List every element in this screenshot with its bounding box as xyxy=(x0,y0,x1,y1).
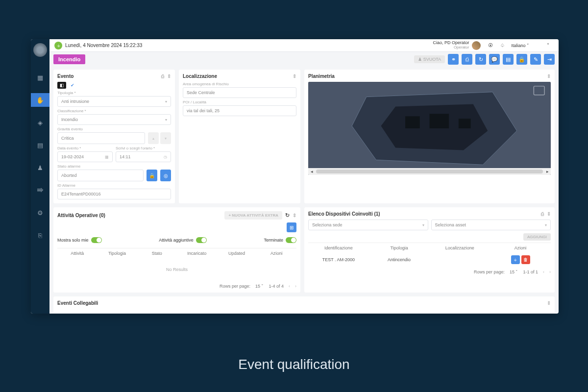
elenco-pager: Rows per page: 15 ˅ 1-1 of 1 ‹ › xyxy=(308,267,551,274)
collapse-icon[interactable]: ⇕ xyxy=(547,300,551,306)
data-label: Data evento * xyxy=(57,146,113,150)
gravita-down[interactable]: ▾ xyxy=(160,132,171,144)
greeting-role: Operator xyxy=(433,46,469,50)
notification-icon[interactable]: ♤ xyxy=(498,42,506,49)
chevron-down-icon[interactable]: ˅ xyxy=(544,42,552,49)
attivita-pager: Rows per page: 15 ˅ 1-4 of 4 ‹ › xyxy=(57,281,296,289)
sede-select[interactable]: Seleziona sede▾ xyxy=(308,220,428,230)
prev-page[interactable]: ‹ xyxy=(543,270,544,274)
toggle-aggiuntive[interactable] xyxy=(196,237,207,243)
plan-title: Planimetria xyxy=(308,74,335,79)
evento-title: Evento xyxy=(57,74,74,79)
wifi-icon: ⏚ xyxy=(54,42,62,49)
sidebar-item-events[interactable]: ✋ xyxy=(31,93,49,107)
id-input[interactable]: E24TenantPD00016 xyxy=(57,189,171,199)
plan-card: Planimetria ⇕ ◂ ▸ xyxy=(304,70,555,203)
language-select[interactable]: Italiano ˅ xyxy=(511,43,529,48)
ora-input[interactable]: 14:11◷ xyxy=(116,151,171,162)
collegabili-title: Eventi Collegabili xyxy=(57,300,98,306)
toggle-mie[interactable] xyxy=(91,237,102,243)
print-icon[interactable]: ⎙ xyxy=(161,74,164,79)
collapse-icon[interactable]: ⇕ xyxy=(293,213,296,218)
gravita-up[interactable]: ▴ xyxy=(148,132,159,144)
note-icon[interactable]: ▤ xyxy=(503,54,514,65)
toggle-terminate-label: Terminate xyxy=(264,238,283,243)
tagbar: Incendio ♟SVUOTA ⚭ ⎙ ↻ 💬 ▤ 🔒 ✎ ⇥ xyxy=(49,52,559,67)
area-input[interactable]: Sede Centrale xyxy=(183,87,296,98)
svg-rect-3 xyxy=(430,114,449,128)
main-area: ⏚ Lunedì, 4 Novembre 2024 15:22:33 Ciao,… xyxy=(49,39,559,314)
sidebar-item-walk[interactable]: ⭆ xyxy=(31,183,49,197)
delete-action-icon[interactable]: 🗑 xyxy=(521,255,530,264)
tipologia-label: Tipologia * xyxy=(57,91,171,95)
chat-icon[interactable]: 💬 xyxy=(489,54,500,65)
lock-icon[interactable]: 🔒 xyxy=(516,54,527,65)
clear-button[interactable]: ♟SVUOTA xyxy=(414,55,445,63)
local-title: Localizzazione xyxy=(183,74,217,79)
poi-input[interactable]: via tal dei tali, 25 xyxy=(183,105,296,116)
collapse-icon[interactable]: ⇕ xyxy=(547,211,551,217)
print-icon[interactable]: ⎙ xyxy=(541,211,544,217)
link-icon[interactable]: ⚭ xyxy=(448,54,459,65)
next-page[interactable]: › xyxy=(549,270,551,274)
plan-viewport[interactable]: ◂ ▸ xyxy=(308,82,551,175)
edit-icon[interactable]: ✎ xyxy=(530,54,541,65)
datetime: Lunedì, 4 Novembre 2024 15:22:33 xyxy=(65,43,142,48)
rows-select[interactable]: 15 ˅ xyxy=(510,270,518,274)
expand-button[interactable]: ⊞ xyxy=(287,222,296,232)
data-input[interactable]: 19-02-2024▦ xyxy=(57,151,113,162)
content-grid: Evento ⎙⇕ ◧ ✔ Tipologia * Anti intrusion… xyxy=(49,67,559,314)
svg-rect-5 xyxy=(534,86,544,95)
wifi-action-icon[interactable]: ⏚ xyxy=(511,255,520,264)
nuova-attivita-button[interactable]: + NUOVA ATTIVITÀ EXTRA xyxy=(224,211,282,220)
aggiungi-button[interactable]: AGGIUNGI xyxy=(523,233,551,241)
target-button[interactable]: ◎ xyxy=(160,170,171,181)
toggle-aggiuntive-label: Attività aggiuntive xyxy=(159,238,194,243)
elenco-table-head: IdentificazioneTipologiaLocalizzazioneAz… xyxy=(308,243,551,253)
attivita-card: Attività Operative (0) + NUOVA ATTIVITÀ … xyxy=(53,207,300,293)
prev-page[interactable]: ‹ xyxy=(289,284,290,289)
app-logo xyxy=(33,43,47,57)
greeting: Ciao, PD Operator Operator xyxy=(433,41,469,50)
shield-icon[interactable]: ✔ xyxy=(68,82,77,89)
collapse-icon[interactable]: ⇕ xyxy=(547,74,551,79)
svg-rect-2 xyxy=(405,116,420,128)
stato-label: Stato allarme xyxy=(57,164,171,169)
plan-scrollbar[interactable]: ◂ ▸ xyxy=(308,168,551,175)
gravita-label: Gravità evento xyxy=(57,127,171,131)
sidebar-item-export[interactable]: ⎘ xyxy=(31,228,49,242)
attach-icon[interactable]: ⎙ xyxy=(462,54,472,65)
local-card: Localizzazione ⇕ Area omogenea di Rischi… xyxy=(179,70,300,203)
scroll-right[interactable]: ▸ xyxy=(544,169,551,174)
attivita-table-head: AttivitàTipologiaStatoIncaricatoUpdatedA… xyxy=(57,248,296,258)
sidebar-item-layers[interactable]: ◈ xyxy=(31,116,49,129)
location-icon[interactable]: ⦿ xyxy=(487,42,494,49)
stato-input[interactable]: Aborted xyxy=(57,170,144,181)
sidebar-item-user[interactable]: ♟ xyxy=(31,161,49,174)
classificazione-label: Classificazione * xyxy=(57,109,171,113)
tipologia-select[interactable]: Anti intrusione▾ xyxy=(57,96,171,107)
gravita-select[interactable]: Critica xyxy=(57,132,145,144)
avatar[interactable] xyxy=(472,41,481,50)
sidebar-item-settings[interactable]: ⚙ xyxy=(31,206,49,220)
app-window: ▦ ✋ ◈ ▤ ♟ ⭆ ⚙ ⎘ ⏚ Lunedì, 4 Novembre 202… xyxy=(31,39,559,314)
next-page[interactable]: › xyxy=(295,284,296,289)
collapse-icon[interactable]: ⇕ xyxy=(293,74,296,79)
id-label: ID Allarme xyxy=(57,183,171,188)
flag-icon[interactable]: ◧ xyxy=(57,82,66,89)
rows-select[interactable]: 15 ˅ xyxy=(255,284,264,289)
sidebar-item-calendar[interactable]: ▤ xyxy=(31,138,49,152)
table-row: TEST . AM-2000 Antincendio ⏚ 🗑 xyxy=(308,253,551,267)
toggle-terminate[interactable] xyxy=(286,237,296,243)
refresh-icon[interactable]: ↻ xyxy=(285,212,290,219)
collapse-icon[interactable]: ⇕ xyxy=(167,74,171,79)
history-icon[interactable]: ↻ xyxy=(475,54,486,65)
attivita-title: Attività Operative (0) xyxy=(57,213,105,218)
classificazione-select[interactable]: Incendio▾ xyxy=(57,114,171,125)
lock-button[interactable]: 🔒 xyxy=(147,170,157,181)
asset-select[interactable]: Seleziona asset▾ xyxy=(431,220,551,230)
sidebar-item-dashboard[interactable]: ▦ xyxy=(31,71,49,84)
svg-rect-4 xyxy=(459,119,471,128)
exit-icon[interactable]: ⇥ xyxy=(544,54,555,65)
scroll-left[interactable]: ◂ xyxy=(308,169,315,174)
